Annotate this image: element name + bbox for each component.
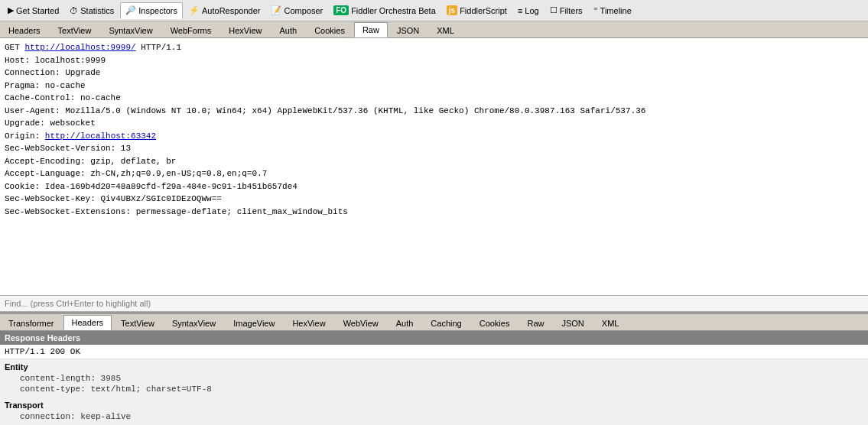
request-line-origin: Origin: http://localhost:63342: [5, 130, 863, 143]
fo-label: Fiddler Orchestra Beta: [351, 6, 436, 15]
request-line-wsversion: Sec-WebSocket-Version: 13: [5, 142, 863, 155]
timeline-icon: ⁼: [593, 5, 598, 15]
request-line-upgrade: Upgrade: websocket: [5, 117, 863, 130]
request-line-accept-language: Accept-Language: zh-CN,zh;q=0.9,en-US;q=…: [5, 167, 863, 180]
request-line-ws-key: Sec-WebSocket-Key: Qiv4UBXz/SGIc0IDEzOQW…: [5, 193, 863, 206]
request-line-accept-encoding: Accept-Encoding: gzip, deflate, br: [5, 155, 863, 168]
origin-link[interactable]: http://localhost:63342: [45, 131, 156, 141]
response-connection: connection: keep-alive: [5, 411, 863, 422]
toolbar-fiddlerscript[interactable]: js FiddlerScript: [442, 2, 512, 19]
toolbar-autoresponder[interactable]: ⚡ AutoResponder: [184, 2, 265, 19]
req-tab-json[interactable]: JSON: [388, 22, 427, 37]
toolbar-statistics[interactable]: ⏱ Statistics: [65, 2, 119, 19]
request-content: GET http://localhost:9999/ HTTP/1.1 Host…: [0, 38, 868, 295]
log-label: Log: [525, 6, 538, 15]
inspectors-label: Inspectors: [138, 6, 177, 15]
request-url-link[interactable]: http://localhost:9999/: [24, 43, 135, 52]
response-transport-group: Transport connection: keep-alive: [0, 397, 868, 425]
request-line-host: Host: localhost:9999: [5, 54, 863, 67]
request-tabs: Headers TextView SyntaxView WebForms Hex…: [0, 21, 868, 38]
req-tab-auth[interactable]: Auth: [271, 22, 306, 37]
request-section: Headers TextView SyntaxView WebForms Hex…: [0, 21, 868, 314]
req-tab-textview[interactable]: TextView: [50, 22, 100, 37]
req-tab-syntaxview[interactable]: SyntaxView: [100, 22, 161, 37]
main-container: Headers TextView SyntaxView WebForms Hex…: [0, 21, 868, 425]
req-tab-hexview[interactable]: HexView: [220, 22, 270, 37]
composer-label: Composer: [284, 6, 323, 15]
req-tab-xml[interactable]: XML: [428, 22, 463, 37]
toolbar-timeline[interactable]: ⁼ Timeline: [589, 2, 636, 19]
timeline-label: Timeline: [600, 6, 632, 15]
toolbar-fiddler-orchestra[interactable]: FO Fiddler Orchestra Beta: [329, 2, 441, 19]
toolbar-log[interactable]: ≡ Log: [513, 2, 544, 19]
res-tab-textview[interactable]: TextView: [112, 315, 163, 330]
request-line-ws-ext: Sec-WebSocket-Extensions: permessage-def…: [5, 206, 863, 219]
autoresponder-icon: ⚡: [189, 5, 200, 15]
res-tab-cookies[interactable]: Cookies: [471, 315, 519, 330]
req-tab-cookies[interactable]: Cookies: [306, 22, 353, 37]
req-tab-webforms[interactable]: WebForms: [162, 22, 220, 37]
res-tab-webview[interactable]: WebView: [335, 315, 387, 330]
res-tab-json[interactable]: JSON: [553, 315, 592, 330]
res-tab-transformer[interactable]: Transformer: [0, 315, 63, 330]
response-entity-group: Entity content-length: 3985 content-type…: [0, 359, 868, 397]
entity-group-title: Entity: [5, 362, 863, 371]
request-line-user-agent: User-Agent: Mozilla/5.0 (Windows NT 10.0…: [5, 105, 863, 118]
toolbar-filters[interactable]: ☐ Filters: [545, 2, 587, 19]
find-bar: [0, 295, 868, 312]
toolbar-get-started[interactable]: ▶ Get Started: [3, 2, 63, 19]
autoresponder-label: AutoResponder: [202, 6, 260, 15]
res-tab-caching[interactable]: Caching: [422, 315, 470, 330]
request-line-connection: Connection: Upgrade: [5, 67, 863, 79]
response-content-length: content-length: 3985: [5, 373, 863, 384]
res-tab-headers[interactable]: Headers: [63, 315, 112, 330]
find-input[interactable]: [5, 299, 863, 308]
req-tab-raw[interactable]: Raw: [354, 22, 388, 37]
res-tab-hexview[interactable]: HexView: [284, 315, 333, 330]
fiddlerscript-icon: js: [447, 5, 457, 15]
transport-group-title: Transport: [5, 401, 863, 410]
response-header-bar: Response Headers: [0, 331, 868, 345]
statistics-icon: ⏱: [70, 6, 78, 15]
statistics-label: Statistics: [80, 6, 114, 15]
filters-label: Filters: [560, 6, 583, 15]
res-tab-xml[interactable]: XML: [593, 315, 628, 330]
toolbar-composer[interactable]: 📝 Composer: [266, 2, 327, 19]
req-tab-headers[interactable]: Headers: [0, 22, 49, 37]
composer-icon: 📝: [271, 5, 281, 15]
fo-icon: FO: [333, 5, 349, 15]
res-tab-imageview[interactable]: ImageView: [225, 315, 283, 330]
fiddlerscript-label: FiddlerScript: [460, 6, 507, 15]
get-started-label: Get Started: [16, 6, 59, 15]
response-content-type: content-type: text/html; charset=UTF-8: [5, 384, 863, 394]
request-line-cache-control: Cache-Control: no-cache: [5, 92, 863, 105]
request-line-cookie: Cookie: Idea-169b4d20=48a89cfd-f29a-484e…: [5, 180, 863, 193]
top-toolbar: ▶ Get Started ⏱ Statistics 🔎 Inspectors …: [0, 0, 868, 21]
request-line-pragma: Pragma: no-cache: [5, 79, 863, 92]
res-tab-auth[interactable]: Auth: [388, 315, 422, 330]
toolbar-inspectors[interactable]: 🔎 Inspectors: [120, 2, 183, 19]
response-status-line: HTTP/1.1 200 OK: [0, 345, 868, 359]
inspectors-icon: 🔎: [125, 5, 136, 15]
response-tabs: Transformer Headers TextView SyntaxView …: [0, 314, 868, 331]
res-tab-syntaxview[interactable]: SyntaxView: [164, 315, 224, 330]
request-first-line: GET http://localhost:9999/ HTTP/1.1: [5, 41, 863, 54]
filters-icon: ☐: [550, 5, 558, 15]
response-section: Transformer Headers TextView SyntaxView …: [0, 314, 868, 425]
log-icon: ≡: [518, 6, 522, 15]
res-tab-raw[interactable]: Raw: [519, 315, 552, 330]
get-started-icon: ▶: [8, 5, 14, 15]
